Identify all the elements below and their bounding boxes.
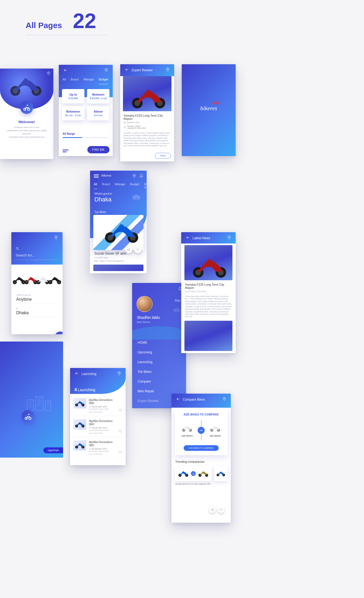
whats-good-label: What's good in bbox=[94, 192, 112, 195]
city-value[interactable]: Dhaka bbox=[16, 310, 29, 315]
compare-button[interactable]: ADD BIKES TO COMPARE bbox=[184, 445, 219, 451]
screen-title: Latest News bbox=[193, 236, 210, 240]
budget-cards: Up to$ 50,000 Between$ 50,000- 1 Lac Bet… bbox=[62, 89, 109, 120]
menu-bike-repair[interactable]: Bike Repair bbox=[138, 389, 154, 393]
budget-card-between2[interactable]: Betweeen$1 Lac - 2 Lac bbox=[62, 106, 84, 120]
menu-expert-review[interactable]: Expert Review bbox=[138, 399, 158, 403]
budget-card-upto[interactable]: Up to$ 50,000 bbox=[62, 89, 84, 103]
screen-compare: Compare Bikes ADD BIKES TO COMPARE ADD B… bbox=[171, 394, 231, 523]
user-avatar[interactable] bbox=[136, 296, 153, 312]
news-body: A motorcycle often called a bike, motorb… bbox=[185, 295, 232, 318]
filter-tabs: All Brand Mileage Budget Ride S bbox=[63, 78, 113, 84]
location-pin-icon[interactable] bbox=[117, 371, 121, 376]
screen-budget-filter: All Brand Mileage Budget Ride S Up to$ 5… bbox=[59, 65, 113, 156]
next-product-peek[interactable] bbox=[93, 265, 143, 271]
range-slider[interactable] bbox=[63, 137, 109, 138]
back-icon[interactable] bbox=[186, 236, 190, 240]
header-label: All Pages bbox=[26, 21, 62, 30]
budget-card-above[interactable]: Above$ 4 Lac bbox=[87, 106, 109, 120]
location-pin-icon[interactable] bbox=[46, 71, 51, 77]
hamburger-menu-icon[interactable] bbox=[94, 174, 99, 178]
location-pin-icon[interactable] bbox=[166, 67, 170, 73]
menu-launching[interactable]: Launching bbox=[138, 360, 152, 364]
favorite-icon[interactable] bbox=[119, 408, 122, 413]
product-price: 2,70,000 Taka bbox=[94, 256, 108, 259]
news-title: Yamaha FZ25 Long Term City Report bbox=[185, 283, 232, 289]
budget-card-between1[interactable]: Between$ 50,000- 1 Lac bbox=[87, 89, 109, 103]
favorite-button[interactable] bbox=[134, 246, 141, 253]
list-item[interactable]: Aprillia Dorsoduro 90017 November 2017by… bbox=[73, 419, 122, 437]
product-card[interactable] bbox=[93, 215, 143, 250]
city-buildings-icon bbox=[174, 307, 182, 314]
launching-count: 4 Launching bbox=[74, 387, 95, 392]
back-icon[interactable] bbox=[63, 68, 68, 73]
trending-card[interactable]: Vs bbox=[175, 466, 212, 481]
add-bike-slot-left[interactable]: ADD BIKES bbox=[178, 425, 196, 437]
favorite-button[interactable] bbox=[218, 506, 224, 513]
add-bike-slot-right[interactable]: ADD BIKES bbox=[207, 425, 224, 437]
tab-budget[interactable]: Budget bbox=[130, 183, 139, 189]
tab-ride[interactable]: Ride S bbox=[144, 183, 147, 189]
screen-drawer-menu: Ride S Shadhin lablu Best Racers HOME Up… bbox=[132, 283, 186, 408]
app-logo-icon bbox=[22, 410, 35, 423]
list-item[interactable]: Aprillia Dorsoduro 90017 November 2017by… bbox=[73, 398, 122, 416]
list-item[interactable]: Aprillia Dorsoduro 90017 November 2017by… bbox=[73, 440, 122, 458]
location-pin-icon[interactable] bbox=[132, 174, 136, 179]
menu-upcoming[interactable]: Upcoming bbox=[138, 350, 152, 354]
city-buildings-icon bbox=[133, 194, 142, 201]
compare-box-title: ADD BIKES TO COMPARE bbox=[177, 413, 225, 416]
tab-budget[interactable]: Budget bbox=[99, 78, 108, 84]
item-author: by Shadhin lablu # Bohl bbox=[89, 408, 116, 410]
back-icon[interactable] bbox=[125, 68, 129, 72]
item-name: Aprillia Dorsoduro 900 bbox=[89, 398, 116, 405]
location-pin-icon[interactable] bbox=[227, 235, 231, 241]
city-buildings-icon bbox=[26, 396, 58, 413]
location-pin-icon[interactable] bbox=[222, 397, 226, 402]
back-icon[interactable] bbox=[176, 397, 181, 402]
trending-card-peek[interactable] bbox=[214, 466, 228, 481]
notifications-bell-icon[interactable] bbox=[139, 174, 143, 179]
openpark-badge[interactable]: OpenPark bbox=[43, 447, 63, 453]
tab-brand[interactable]: Brand bbox=[102, 183, 110, 189]
bike-thumb bbox=[73, 419, 86, 430]
menu-bars-icon[interactable] bbox=[63, 150, 68, 152]
search-icon[interactable] bbox=[16, 247, 19, 252]
home-tabs: All Brand Mileage Budget Ride S bbox=[94, 183, 147, 189]
tab-all[interactable]: All bbox=[94, 183, 97, 189]
search-placeholder[interactable]: Search for... bbox=[16, 253, 35, 257]
tab-mileage[interactable]: Mileage bbox=[84, 78, 94, 84]
vs-badge-small: Vs bbox=[191, 471, 196, 476]
follow-button[interactable]: Fllow bbox=[155, 153, 171, 159]
tab-brand[interactable]: Brand bbox=[71, 78, 78, 84]
go-button[interactable] bbox=[55, 332, 63, 334]
location-pin-icon[interactable] bbox=[104, 68, 108, 73]
share-button[interactable] bbox=[209, 506, 216, 513]
find-bike-button[interactable]: FIND BIK bbox=[87, 146, 109, 153]
tab-all[interactable]: All bbox=[63, 78, 66, 84]
app-logo-icon bbox=[20, 101, 33, 114]
top-bikes-label: Top Bikes bbox=[94, 211, 106, 214]
location-pin-icon[interactable] bbox=[54, 235, 58, 241]
news-meta: Jan 16,2018 / 1332 View bbox=[185, 290, 232, 292]
favorite-icon[interactable] bbox=[119, 429, 122, 434]
item-date: 17 November 2017 bbox=[89, 406, 116, 408]
welcome-title: Welcome! bbox=[0, 120, 53, 124]
screen-expert-review: Expert Review Yamaha FZ25 Long Term City… bbox=[120, 64, 174, 161]
menu-top-bikes[interactable]: Tob Bikes bbox=[138, 370, 152, 374]
anytime-value[interactable]: Anytime bbox=[16, 297, 32, 302]
favorite-icon[interactable] bbox=[119, 450, 122, 455]
brand-logo: bikeres bbox=[182, 105, 236, 112]
screen-branding: OpenPark bbox=[0, 342, 63, 458]
news-image bbox=[184, 245, 232, 280]
compare-box: ADD BIKES TO COMPARE ADD BIKES Vs ADD BI… bbox=[175, 409, 228, 455]
tab-mileage[interactable]: Mileage bbox=[115, 183, 125, 189]
product-location: Bike Valley, Dhaka Bangladesh bbox=[94, 260, 124, 262]
page-header: All Pages 22 bbox=[26, 9, 96, 33]
menu-compare[interactable]: Compare bbox=[138, 380, 151, 383]
screen-latest-news: Latest News Yamaha FZ25 Long Term City R… bbox=[181, 232, 236, 353]
back-icon[interactable] bbox=[74, 371, 79, 376]
screen-title: Expert Review bbox=[132, 68, 152, 72]
screen-launching: Launching 4 Launching Aprillia Dorsoduro… bbox=[70, 368, 126, 465]
header-count: 22 bbox=[73, 9, 96, 33]
menu-home[interactable]: HOME bbox=[138, 341, 147, 344]
